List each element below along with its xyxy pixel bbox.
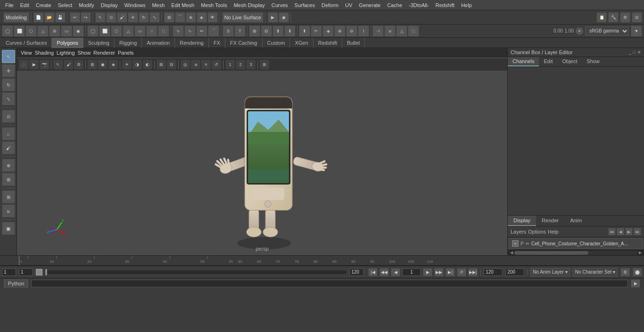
snap-point-btn[interactable]: ⊕ <box>186 12 196 23</box>
rotate-btn[interactable]: ↻ <box>139 12 149 23</box>
step-back-btn[interactable]: ◀◀ <box>380 268 389 276</box>
timeline-track[interactable]: 1 10 20 30 40 50 55 60 65 70 75 80 85 90… <box>19 255 505 266</box>
tab-fx[interactable]: FX <box>209 38 225 48</box>
render-proxy-btn[interactable]: ▣ <box>2 222 15 235</box>
shading-menu[interactable]: Shading <box>35 50 54 56</box>
frame-start-input[interactable] <box>2 268 16 276</box>
menu-create[interactable]: Create <box>33 1 55 9</box>
menu-edit[interactable]: Edit <box>17 1 33 9</box>
vp-film-btn[interactable]: ▶ <box>29 60 39 69</box>
save-file-btn[interactable]: 💾 <box>55 12 66 23</box>
view-menu[interactable]: View <box>21 50 32 56</box>
python-tab[interactable]: Python <box>4 279 28 288</box>
channel-box-maximize[interactable]: □ <box>633 50 636 55</box>
grid-btn[interactable]: ⊞ <box>2 190 15 203</box>
tab-sculpting[interactable]: Sculpting <box>83 38 115 48</box>
snap-view-btn[interactable]: 👁 <box>207 12 218 23</box>
disc-btn[interactable]: ◉ <box>73 25 84 37</box>
layer-nav-end-btn[interactable]: ⏮ <box>608 228 616 235</box>
cube-btn[interactable]: ⬜ <box>14 25 25 37</box>
nurbs-sq-btn[interactable]: □ <box>158 25 169 37</box>
vp-paint-btn[interactable]: 🖌 <box>64 60 73 69</box>
character-set-dropdown[interactable]: No Character Set ▾ <box>573 268 618 276</box>
nurbs-sphere-btn[interactable]: ◯ <box>87 25 99 37</box>
vp-display-btn[interactable]: ⊟ <box>167 60 176 69</box>
combine-btn[interactable]: ⊕ <box>334 25 346 37</box>
vp-select-btn[interactable]: ↖ <box>53 60 63 69</box>
vp-ao-btn[interactable]: ◐ <box>143 60 152 69</box>
tab-xgen[interactable]: XGen <box>290 38 313 48</box>
smooth-btn[interactable]: ⌇ <box>358 25 369 37</box>
lasso-btn[interactable]: ⊙ <box>106 12 116 23</box>
layer-scrollbar[interactable]: ◀ ▶ <box>508 250 644 255</box>
anim-layer-dropdown[interactable]: No Anim Layer ▾ <box>530 268 570 276</box>
last-tool-btn[interactable]: ⊙ <box>2 110 15 123</box>
lattice-btn[interactable]: ⊞ <box>2 173 15 186</box>
frame-current-input[interactable] <box>19 268 33 276</box>
anim-tab[interactable]: Anim <box>564 216 587 226</box>
display-tab[interactable]: Display <box>508 216 536 226</box>
open-file-btn[interactable]: 📂 <box>44 12 55 23</box>
show-tab[interactable]: Show <box>582 57 604 66</box>
arc-btn[interactable]: ⌒ <box>208 25 219 37</box>
tab-animation[interactable]: Animation <box>142 38 175 48</box>
tab-redshift[interactable]: Redshift <box>314 38 342 48</box>
auto-key-btn[interactable]: ⬤ <box>633 268 642 276</box>
parent-btn[interactable]: ⬆ <box>272 25 284 37</box>
frame-slider-thumb[interactable] <box>36 269 42 275</box>
attribute-editor-btn[interactable]: 🔧 <box>608 12 619 23</box>
tab-fx-caching[interactable]: FX Caching <box>225 38 262 48</box>
scroll-right-arrow[interactable]: ▶ <box>637 250 643 256</box>
go-start-btn[interactable]: |◀ <box>368 268 378 276</box>
text-btn[interactable]: T <box>234 25 246 37</box>
renderer-menu[interactable]: Renderer <box>93 50 115 56</box>
layer-nav-start-btn[interactable]: ⏭ <box>634 228 641 235</box>
python-input[interactable] <box>31 280 628 287</box>
nurbs-circle-btn[interactable]: ○ <box>146 25 157 37</box>
go-end-btn[interactable]: ▶| <box>446 268 455 276</box>
ungroup-btn[interactable]: ⊟ <box>261 25 272 37</box>
frame-pointer[interactable] <box>45 269 47 275</box>
vp-wireframe-btn[interactable]: ⊞ <box>88 60 97 69</box>
help-menu[interactable]: Help <box>548 229 559 235</box>
menu-surfaces[interactable]: Surfaces <box>291 1 318 9</box>
paint-skin-btn[interactable]: 🖌 <box>2 141 15 154</box>
playback-end-input[interactable] <box>505 268 524 276</box>
vp-shadow-btn[interactable]: ◑ <box>132 60 142 69</box>
cylinder-btn[interactable]: ⬡ <box>25 25 37 37</box>
move-tool-btn[interactable]: ✛ <box>2 64 15 77</box>
render-btn[interactable]: ▶ <box>268 12 278 23</box>
layer-nav-next-btn[interactable]: ▶ <box>625 228 633 235</box>
soft-select-btn[interactable]: ⌂ <box>2 127 15 140</box>
paint-btn[interactable]: 🖌 <box>117 12 127 23</box>
channel-box-close[interactable]: ✕ <box>637 50 641 55</box>
group-btn[interactable]: ⊞ <box>249 25 260 37</box>
unparent-btn[interactable]: ⬇ <box>284 25 296 37</box>
tab-curves-surfaces[interactable]: Curves / Surfaces <box>1 38 52 48</box>
rotate-tool-btn[interactable]: ↻ <box>2 78 15 91</box>
extrude-btn[interactable]: ⬆ <box>299 25 310 37</box>
menu-file[interactable]: File <box>2 1 17 9</box>
lighting-menu[interactable]: Lighting <box>57 50 75 56</box>
tab-bullet[interactable]: Bullet <box>342 38 365 48</box>
timeline-ruler[interactable]: 1 10 20 30 40 50 55 60 65 70 75 80 85 90… <box>0 255 644 266</box>
show-manip-btn[interactable]: ⊕ <box>2 159 15 172</box>
step-forward-btn[interactable]: ▶▶ <box>434 268 444 276</box>
snap-surface-btn[interactable]: ◈ <box>197 12 207 23</box>
channels-tab[interactable]: Channels <box>508 57 539 66</box>
tool-settings-btn[interactable]: ⚙ <box>620 12 630 23</box>
menu-modify[interactable]: Modify <box>75 1 97 9</box>
move-btn[interactable]: ✛ <box>128 12 138 23</box>
nurbs-cone-btn[interactable]: △ <box>123 25 134 37</box>
menu-redshift[interactable]: Redshift <box>432 1 458 9</box>
scale-btn[interactable]: ⤡ <box>149 12 160 23</box>
plane-btn[interactable]: ▭ <box>61 25 72 37</box>
edit-tab[interactable]: Edit <box>539 57 557 66</box>
nurbs-cylinder-btn[interactable]: ⬡ <box>111 25 122 37</box>
torus-btn[interactable]: ⊚ <box>49 25 60 37</box>
triangulate-btn[interactable]: △ <box>396 25 407 37</box>
menu-cache[interactable]: Cache <box>384 1 405 9</box>
next-frame-btn[interactable]: ▶ <box>423 268 432 276</box>
colorspace-select[interactable]: sRGB gamma <box>585 26 629 36</box>
tab-rendering[interactable]: Rendering <box>175 38 209 48</box>
